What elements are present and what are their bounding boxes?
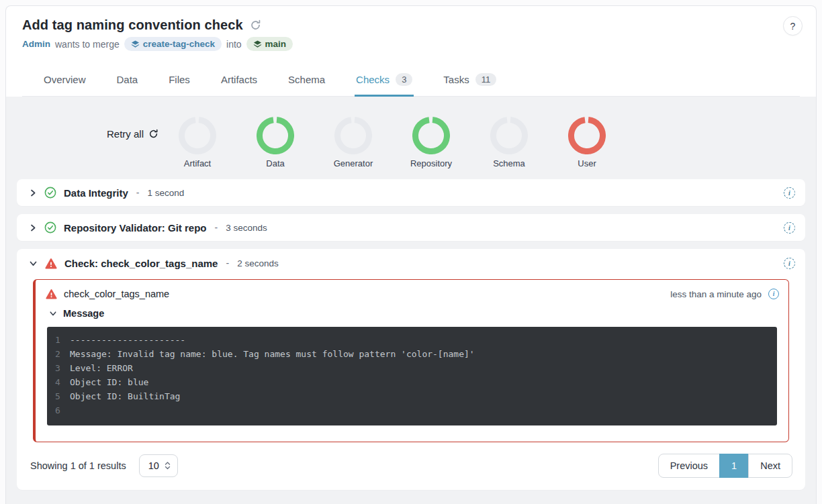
check-row-repository-validator: Repository Validator: Git repo - 3 secon…: [17, 214, 805, 241]
info-icon[interactable]: i: [784, 222, 795, 234]
user-donut-chart: [568, 117, 606, 154]
code-line: 2Message: Invalid tag name: blue. Tag na…: [55, 347, 769, 361]
chevron-down-icon: [29, 259, 38, 268]
tab-tasks[interactable]: Tasks 11: [442, 64, 498, 97]
generator-donut-chart: [334, 117, 372, 154]
current-page-button[interactable]: 1: [719, 454, 749, 478]
code-line: 1----------------------: [55, 333, 769, 347]
code-line: 4Object ID: blue: [55, 375, 769, 389]
donut-data[interactable]: Data: [236, 117, 314, 168]
tab-checks[interactable]: Checks 3: [355, 64, 414, 97]
donut-generator[interactable]: Generator: [314, 117, 392, 168]
check-row-data-integrity: Data Integrity - 1 second i: [17, 179, 805, 206]
artifact-donut-chart: [179, 117, 216, 154]
checks-count-badge: 3: [396, 73, 412, 86]
schema-donut-chart: [490, 117, 528, 154]
code-line: 3Level: ERROR: [55, 361, 769, 375]
source-branch-badge[interactable]: create-tag-check: [124, 37, 222, 51]
checks-summary: Retry all Artifact Data: [17, 97, 805, 179]
layers-icon: [253, 40, 262, 48]
results-footer: Showing 1 of 1 results 10 Previous 1 Nex…: [17, 442, 805, 490]
warning-triangle-icon: [46, 289, 57, 299]
check-row-color-tags: Check: check_color_tags_name - 2 seconds…: [17, 249, 805, 490]
page-size-select[interactable]: 10: [139, 454, 178, 477]
chevron-down-icon: [49, 309, 57, 317]
donut-schema[interactable]: Schema: [470, 117, 548, 168]
retry-icon: [148, 129, 158, 139]
code-line: 6: [55, 403, 769, 417]
tab-data[interactable]: Data: [116, 64, 140, 97]
info-icon[interactable]: i: [784, 258, 795, 269]
check-row-header[interactable]: Repository Validator: Git repo - 3 secon…: [17, 214, 805, 241]
help-button[interactable]: ?: [783, 16, 803, 36]
pagination: Previous 1 Next: [658, 454, 792, 478]
tab-schema[interactable]: Schema: [287, 64, 326, 97]
previous-page-button[interactable]: Previous: [658, 454, 720, 478]
message-section-toggle[interactable]: Message: [36, 305, 788, 324]
author-link[interactable]: Admin: [22, 39, 50, 49]
repository-donut-chart: [412, 117, 450, 154]
check-output-code[interactable]: 1---------------------- 2Message: Invali…: [47, 327, 777, 425]
donut-repository[interactable]: Repository: [392, 117, 470, 168]
refresh-icon[interactable]: [250, 19, 261, 31]
target-branch-badge[interactable]: main: [246, 37, 293, 51]
donut-user[interactable]: User: [548, 117, 626, 168]
tab-artifacts[interactable]: Artifacts: [220, 64, 259, 97]
into-text: into: [226, 39, 242, 50]
tab-bar: Overview Data Files Artifacts Schema Che…: [22, 64, 800, 97]
check-row-header[interactable]: Data Integrity - 1 second i: [17, 179, 805, 206]
info-icon[interactable]: i: [768, 289, 779, 299]
page-title: Add tag naming convention check: [22, 17, 243, 33]
success-check-icon: [44, 187, 56, 199]
warning-triangle-icon: [45, 258, 57, 269]
check-name: check_color_tags_name: [64, 289, 169, 299]
tab-overview[interactable]: Overview: [42, 64, 87, 97]
tab-files[interactable]: Files: [167, 64, 191, 97]
results-count-text: Showing 1 of 1 results: [30, 460, 126, 471]
merge-request-page: Add tag naming convention check ? Admin …: [5, 5, 817, 504]
chevron-right-icon: [29, 189, 37, 197]
target-branch-label: main: [265, 39, 287, 49]
layers-icon: [131, 40, 140, 48]
stepper-icon: [165, 462, 171, 470]
next-page-button[interactable]: Next: [748, 454, 792, 478]
code-line: 5Object ID: BuiltinTag: [55, 389, 769, 403]
data-donut-chart: [257, 117, 294, 154]
check-result-alert: check_color_tags_name less than a minute…: [33, 279, 789, 442]
chevron-right-icon: [29, 223, 37, 232]
check-row-header[interactable]: Check: check_color_tags_name - 2 seconds…: [17, 249, 805, 277]
retry-all-button[interactable]: Retry all: [107, 128, 158, 140]
tasks-count-badge: 11: [475, 73, 497, 86]
source-branch-label: create-tag-check: [143, 39, 215, 49]
info-icon[interactable]: i: [784, 187, 795, 199]
check-timestamp: less than a minute ago: [670, 289, 762, 299]
page-header: Add tag naming convention check ? Admin …: [6, 6, 816, 97]
merge-text: wants to merge: [55, 39, 120, 50]
success-check-icon: [44, 221, 56, 234]
donut-artifact[interactable]: Artifact: [158, 117, 236, 168]
checks-content: Retry all Artifact Data: [6, 97, 816, 504]
